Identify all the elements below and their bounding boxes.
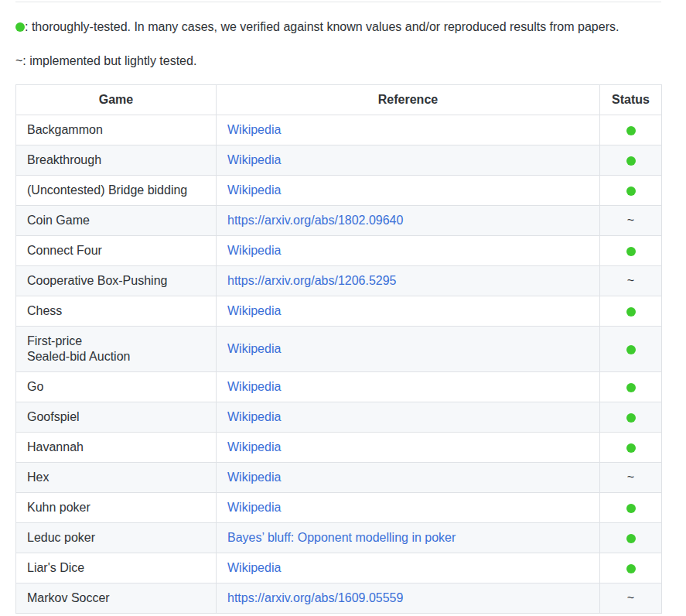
table-row: Kuhn poker Wikipedia — [16, 493, 662, 523]
reference-link[interactable]: Wikipedia — [227, 244, 281, 257]
reference-link[interactable]: Bayes’ bluff: Opponent modelling in poke… — [227, 531, 456, 544]
green-circle-icon — [626, 247, 636, 256]
top-divider — [15, 2, 661, 2]
game-name: Breakthrough — [27, 153, 101, 166]
reference-cell: Wikipedia — [217, 372, 600, 402]
game-name: Hex — [27, 471, 49, 484]
green-circle-icon — [626, 307, 636, 317]
reference-cell: Bayes’ bluff: Opponent modelling in poke… — [217, 523, 600, 553]
game-name: Coin Game — [27, 214, 90, 227]
status-cell: ~ — [600, 583, 662, 614]
table-row: Hex Wikipedia ~ — [16, 463, 662, 493]
table-row: Cooperative Box-Pushing https://arxiv.or… — [16, 266, 662, 296]
tilde-status: ~ — [627, 591, 634, 604]
table-row: (Uncontested) Bridge bidding Wikipedia — [16, 176, 662, 206]
game-name: Goofspiel — [27, 410, 80, 423]
status-cell — [600, 523, 662, 553]
game-cell: Breakthrough — [16, 145, 217, 176]
status-cell — [600, 296, 662, 327]
game-name: First-price Sealed-bid Auction — [27, 334, 130, 363]
reference-link[interactable]: https://arxiv.org/abs/1802.09640 — [227, 214, 403, 227]
reference-link[interactable]: Wikipedia — [227, 501, 281, 514]
column-header-reference: Reference — [217, 85, 600, 115]
games-table-body: Backgammon Wikipedia Breakthrough Wikipe… — [16, 115, 662, 614]
status-cell — [600, 327, 662, 372]
status-cell — [600, 402, 662, 433]
page: : thoroughly-tested. In many cases, we v… — [0, 2, 686, 614]
legend-lightly-tested: ~: implemented but lightly tested. — [15, 53, 661, 68]
game-cell: Kuhn poker — [16, 493, 217, 523]
game-cell: Cooperative Box-Pushing — [16, 266, 217, 296]
status-cell — [600, 493, 662, 523]
tilde-symbol: ~ — [15, 54, 22, 67]
game-cell: Connect Four — [16, 236, 217, 266]
table-row: Go Wikipedia — [16, 372, 662, 402]
game-name: (Uncontested) Bridge bidding — [27, 183, 187, 197]
game-name: Go — [27, 380, 43, 393]
status-cell — [600, 433, 662, 463]
green-circle-icon — [626, 383, 636, 392]
status-cell: ~ — [600, 463, 662, 493]
game-cell: Markov Soccer — [16, 583, 217, 614]
reference-link[interactable]: Wikipedia — [227, 410, 281, 423]
reference-link[interactable]: Wikipedia — [227, 342, 281, 355]
table-row: Liar's Dice Wikipedia — [16, 553, 662, 583]
legend-lightly-tested-text: : implemented but lightly tested. — [22, 54, 196, 67]
reference-cell: Wikipedia — [217, 176, 600, 206]
game-name: Cooperative Box-Pushing — [27, 274, 167, 287]
green-circle-icon — [626, 443, 636, 453]
table-row: First-price Sealed-bid Auction Wikipedia — [16, 327, 662, 372]
reference-cell: https://arxiv.org/abs/1802.09640 — [217, 206, 600, 236]
status-cell: ~ — [600, 266, 662, 296]
game-name: Havannah — [27, 440, 84, 453]
reference-link[interactable]: https://arxiv.org/abs/1206.5295 — [227, 274, 397, 287]
table-row: Markov Soccer https://arxiv.org/abs/1609… — [16, 583, 662, 614]
reference-cell: Wikipedia — [217, 236, 600, 266]
reference-link[interactable]: Wikipedia — [227, 304, 281, 317]
game-cell: Backgammon — [16, 115, 217, 145]
status-cell: ~ — [600, 206, 662, 236]
reference-link[interactable]: Wikipedia — [227, 561, 281, 574]
game-cell: Leduc poker — [16, 523, 217, 553]
reference-link[interactable]: Wikipedia — [227, 123, 281, 136]
green-circle-icon — [15, 22, 25, 32]
column-header-game: Game — [16, 85, 217, 115]
column-header-status: Status — [600, 85, 662, 115]
table-row: Coin Game https://arxiv.org/abs/1802.096… — [16, 206, 662, 236]
table-row: Breakthrough Wikipedia — [16, 145, 662, 176]
reference-cell: Wikipedia — [217, 553, 600, 583]
reference-cell: Wikipedia — [217, 463, 600, 493]
reference-link[interactable]: Wikipedia — [227, 440, 281, 453]
table-row: Backgammon Wikipedia — [16, 115, 662, 145]
reference-cell: Wikipedia — [217, 296, 600, 327]
reference-link[interactable]: Wikipedia — [227, 153, 281, 166]
tilde-status: ~ — [627, 214, 634, 227]
game-name: Kuhn poker — [27, 501, 90, 514]
reference-link[interactable]: Wikipedia — [227, 380, 281, 393]
green-circle-icon — [626, 156, 636, 166]
table-row: Chess Wikipedia — [16, 296, 662, 327]
reference-link[interactable]: https://arxiv.org/abs/1609.05559 — [227, 591, 403, 604]
game-cell: First-price Sealed-bid Auction — [16, 327, 217, 372]
game-cell: Hex — [16, 463, 217, 493]
status-cell — [600, 553, 662, 583]
reference-link[interactable]: Wikipedia — [227, 183, 281, 197]
status-cell — [600, 372, 662, 402]
reference-cell: https://arxiv.org/abs/1609.05559 — [217, 583, 600, 614]
status-cell — [600, 115, 662, 145]
game-cell: Havannah — [16, 433, 217, 463]
status-cell — [600, 176, 662, 206]
game-name: Leduc poker — [27, 531, 95, 544]
green-circle-icon — [626, 413, 636, 423]
green-circle-icon — [626, 534, 636, 543]
green-circle-icon — [626, 504, 636, 513]
reference-link[interactable]: Wikipedia — [227, 471, 281, 484]
status-cell — [600, 236, 662, 266]
table-row: Connect Four Wikipedia — [16, 236, 662, 266]
green-circle-icon — [626, 564, 636, 573]
game-cell: Goofspiel — [16, 402, 217, 433]
green-circle-icon — [626, 345, 636, 354]
table-row: Havannah Wikipedia — [16, 433, 662, 463]
reference-cell: Wikipedia — [217, 402, 600, 433]
game-name: Backgammon — [27, 123, 103, 136]
